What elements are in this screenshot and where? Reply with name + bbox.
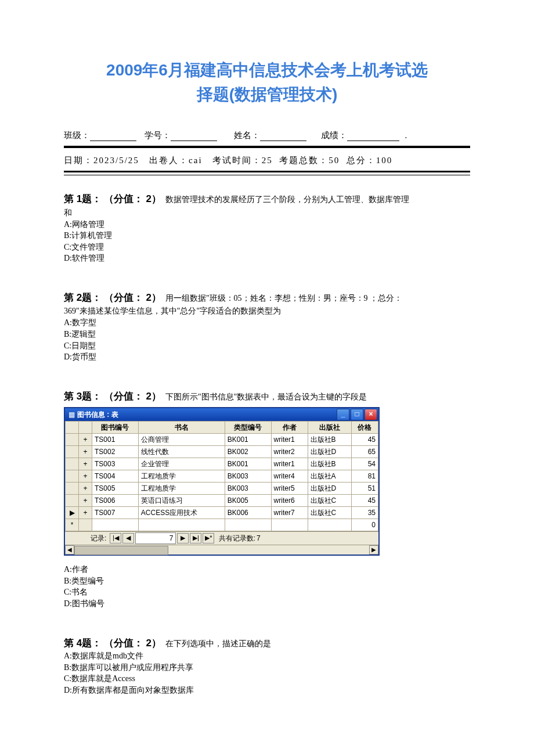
- table-row[interactable]: ▶+TS007ACCESS应用技术BK006writer7出版社C35: [66, 507, 378, 519]
- cell-author[interactable]: writer1: [271, 458, 308, 470]
- table-row[interactable]: +TS003企业管理BK001writer1出版社B54: [66, 458, 378, 470]
- q3-option-d[interactable]: D:图书编号: [64, 598, 470, 610]
- cell-price[interactable]: 81: [351, 470, 378, 483]
- cell-author[interactable]: writer6: [271, 495, 308, 507]
- cell-bookid[interactable]: TS002: [92, 446, 139, 458]
- db-titlebar[interactable]: ▦ 图书信息 : 表 _ □ ×: [65, 408, 378, 421]
- q1-option-b[interactable]: B:计算机管理: [64, 230, 470, 242]
- cell-bookname[interactable]: 工程地质学: [138, 483, 225, 495]
- cell-price[interactable]: 35: [351, 507, 378, 519]
- nav-next-button[interactable]: ▶: [177, 533, 189, 543]
- scroll-thumb[interactable]: [74, 546, 168, 555]
- col-price[interactable]: 价格: [351, 422, 378, 434]
- q3-option-a[interactable]: A:作者: [64, 564, 470, 575]
- col-author[interactable]: 作者: [271, 422, 308, 434]
- q4-option-d[interactable]: D:所有数据库都是面向对象型数据库: [64, 685, 470, 696]
- expand-icon[interactable]: +: [79, 458, 92, 470]
- row-selector-header[interactable]: [66, 422, 79, 434]
- table-row[interactable]: +TS002线性代数BK002writer2出版社D65: [66, 446, 378, 458]
- cell-author[interactable]: writer4: [271, 470, 308, 483]
- nav-first-button[interactable]: |◀: [110, 533, 121, 543]
- q1-option-d[interactable]: D:软件管理: [64, 253, 470, 264]
- cell-bookid[interactable]: TS004: [92, 470, 139, 483]
- cell-typeid[interactable]: BK005: [225, 495, 271, 507]
- q1-option-a[interactable]: A:网络管理: [64, 219, 470, 231]
- cell-typeid[interactable]: BK001: [225, 458, 271, 470]
- cell-price[interactable]: 51: [351, 483, 378, 495]
- cell-bookname[interactable]: 公商管理: [138, 434, 225, 446]
- nav-new-button[interactable]: ▶*: [203, 533, 214, 543]
- col-bookname[interactable]: 书名: [138, 422, 225, 434]
- expand-icon[interactable]: +: [79, 495, 92, 507]
- cell-typeid[interactable]: BK002: [225, 446, 271, 458]
- cell-bookname[interactable]: 企业管理: [138, 458, 225, 470]
- scroll-left-icon[interactable]: ◀: [65, 545, 74, 555]
- q2-option-c[interactable]: C:日期型: [64, 340, 470, 352]
- close-button[interactable]: ×: [365, 409, 377, 420]
- cell-author[interactable]: writer7: [271, 507, 308, 519]
- cell-price[interactable]: 45: [351, 434, 378, 446]
- cell-publisher[interactable]: 出版社D: [308, 483, 351, 495]
- row-marker: ▶: [66, 507, 79, 519]
- expand-header[interactable]: [79, 422, 92, 434]
- q3-option-b[interactable]: B:类型编号: [64, 575, 470, 587]
- minimize-button[interactable]: _: [337, 409, 349, 420]
- q2-option-b[interactable]: B:逻辑型: [64, 329, 470, 340]
- cell-price[interactable]: 65: [351, 446, 378, 458]
- cell-bookid[interactable]: TS005: [92, 483, 139, 495]
- cell-author[interactable]: writer5: [271, 483, 308, 495]
- cell-publisher[interactable]: 出版社D: [308, 446, 351, 458]
- cell-price[interactable]: 54: [351, 458, 378, 470]
- class-blank[interactable]: [90, 132, 136, 141]
- cell-price[interactable]: 45: [351, 495, 378, 507]
- maximize-button[interactable]: □: [351, 409, 363, 420]
- q2-option-a[interactable]: A:数字型: [64, 317, 470, 329]
- q4-option-c[interactable]: C:数据库就是Access: [64, 673, 470, 685]
- q3-option-c[interactable]: C:书名: [64, 586, 470, 598]
- cell-bookname[interactable]: 工程地质学: [138, 470, 225, 483]
- q2-option-d[interactable]: D:货币型: [64, 351, 470, 363]
- q4-option-b[interactable]: B:数据库可以被用户或应用程序共享: [64, 662, 470, 674]
- db-new-row[interactable]: * 0: [66, 519, 378, 531]
- cell-bookname[interactable]: 线性代数: [138, 446, 225, 458]
- table-row[interactable]: +TS005工程地质学BK003writer5出版社D51: [66, 483, 378, 495]
- cell-typeid[interactable]: BK006: [225, 507, 271, 519]
- nav-prev-button[interactable]: ◀: [122, 533, 134, 543]
- cell-author[interactable]: writer2: [271, 446, 308, 458]
- cell-author[interactable]: writer1: [271, 434, 308, 446]
- table-row[interactable]: +TS001公商管理BK001writer1出版社B45: [66, 434, 378, 446]
- db-hscrollbar[interactable]: ◀ ▶: [65, 545, 378, 555]
- cell-typeid[interactable]: BK001: [225, 434, 271, 446]
- cell-publisher[interactable]: 出版社C: [308, 495, 351, 507]
- col-bookid[interactable]: 图书编号: [92, 422, 139, 434]
- cell-bookname[interactable]: 英语口语练习: [138, 495, 225, 507]
- cell-typeid[interactable]: BK003: [225, 470, 271, 483]
- q4-option-a[interactable]: A:数据库就是mdb文件: [64, 650, 470, 662]
- score-blank[interactable]: [347, 132, 399, 141]
- table-row[interactable]: +TS006英语口语练习BK005writer6出版社C45: [66, 495, 378, 507]
- scroll-right-icon[interactable]: ▶: [369, 545, 378, 555]
- col-publisher[interactable]: 出版社: [308, 422, 351, 434]
- q1-option-c[interactable]: C:文件管理: [64, 242, 470, 253]
- nav-position-input[interactable]: 7: [135, 532, 176, 544]
- cell-publisher[interactable]: 出版社C: [308, 507, 351, 519]
- expand-icon[interactable]: +: [79, 434, 92, 446]
- cell-publisher[interactable]: 出版社B: [308, 434, 351, 446]
- name-blank[interactable]: [260, 132, 306, 141]
- cell-typeid[interactable]: BK003: [225, 483, 271, 495]
- cell-bookid[interactable]: TS007: [92, 507, 139, 519]
- cell-publisher[interactable]: 出版社A: [308, 470, 351, 483]
- nav-last-button[interactable]: ▶|: [190, 533, 201, 543]
- expand-icon[interactable]: +: [79, 470, 92, 483]
- cell-bookid[interactable]: TS001: [92, 434, 139, 446]
- col-typeid[interactable]: 类型编号: [225, 422, 271, 434]
- cell-bookid[interactable]: TS006: [92, 495, 139, 507]
- expand-icon[interactable]: +: [79, 446, 92, 458]
- cell-publisher[interactable]: 出版社B: [308, 458, 351, 470]
- expand-icon[interactable]: +: [79, 483, 92, 495]
- id-blank[interactable]: [171, 132, 217, 141]
- table-row[interactable]: +TS004工程地质学BK003writer4出版社A81: [66, 470, 378, 483]
- expand-icon[interactable]: +: [79, 507, 92, 519]
- cell-bookname[interactable]: ACCESS应用技术: [138, 507, 225, 519]
- cell-bookid[interactable]: TS003: [92, 458, 139, 470]
